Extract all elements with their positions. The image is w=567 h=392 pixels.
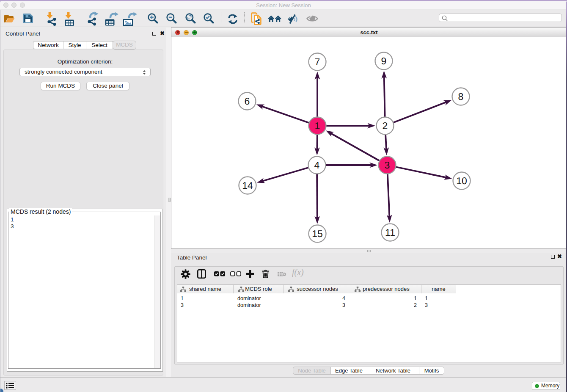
svg-text:6: 6 [245, 96, 250, 107]
svg-text:7: 7 [315, 56, 320, 67]
svg-text:2: 2 [383, 120, 388, 131]
svg-text:15: 15 [312, 228, 323, 239]
svg-text:4: 4 [314, 160, 320, 171]
svg-text:3: 3 [385, 160, 390, 171]
svg-text:9: 9 [381, 55, 387, 66]
svg-text:14: 14 [242, 180, 253, 191]
svg-text:10: 10 [456, 175, 467, 186]
svg-text:1: 1 [315, 120, 320, 131]
svg-text:8: 8 [458, 91, 464, 102]
svg-text:11: 11 [385, 227, 395, 238]
